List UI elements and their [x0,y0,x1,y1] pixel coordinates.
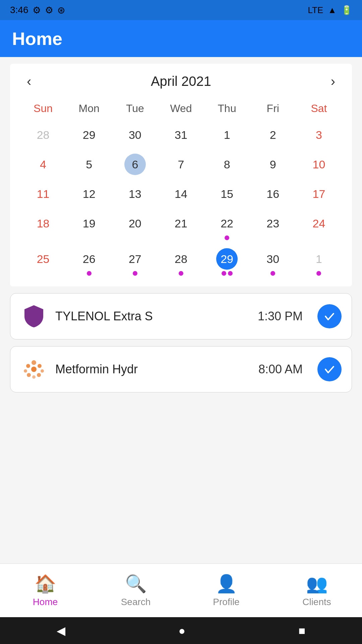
medication-card-0[interactable]: TYLENOL Extra S1:30 PM [10,293,352,339]
calendar-day-10[interactable]: 7 [158,150,204,179]
calendar-day-7[interactable]: 4 [20,150,66,179]
status-bar: 3:46 ⚙ ⚙ ⊛ LTE ▲ 🔋 [0,0,362,20]
calendar-day-17[interactable]: 14 [158,179,204,209]
calendar-day-24[interactable]: 21 [158,209,204,244]
calendar-day-18[interactable]: 15 [204,179,250,209]
android-nav-bar: ◀ ● ■ [0,617,362,644]
svg-point-0 [32,360,36,365]
search-icon: 🔍 [125,574,147,594]
day-header-mon: Mon [66,99,112,120]
calendar-day-11[interactable]: 8 [204,150,250,179]
page-title: Home [12,28,62,49]
home-icon: 🏠 [35,574,56,594]
calendar-day-28[interactable]: 25 [20,244,66,280]
home-button[interactable]: ● [178,624,185,637]
day-header-sun: Sun [20,99,66,120]
calendar-day-13[interactable]: 10 [296,150,342,179]
medication-list: TYLENOL Extra S1:30 PM Metformin Hydr8:0… [10,293,352,392]
calendar-day-1[interactable]: 29 [66,120,112,150]
calendar-day-23[interactable]: 20 [112,209,158,244]
medication-time-0: 1:30 PM [258,309,303,323]
calendar-day-14[interactable]: 11 [20,179,66,209]
back-button[interactable]: ◀ [57,624,65,637]
svg-point-6 [37,373,41,377]
calendar-day-9[interactable]: 6 [112,150,158,179]
svg-point-4 [41,369,44,373]
circle-arrow-icon: ⊛ [57,5,65,16]
calendar-day-15[interactable]: 12 [66,179,112,209]
calendar-day-31[interactable]: 28 [158,244,204,280]
svg-point-2 [38,364,42,368]
nav-label-profile: Profile [213,597,239,607]
battery-icon: 🔋 [341,5,352,15]
event-dot [316,271,321,276]
calendar-header: ‹ April 2021 › [20,70,342,92]
day-header-sat: Sat [296,99,342,120]
day-header-fri: Fri [250,99,296,120]
dots-icon [20,356,47,383]
svg-point-8 [31,367,37,372]
svg-point-7 [32,375,36,379]
day-header-thu: Thu [204,99,250,120]
medication-name-1: Metformin Hydr [55,362,250,376]
calendar-day-26[interactable]: 23 [250,209,296,244]
status-right: LTE ▲ 🔋 [308,5,352,15]
medication-check-button-0[interactable] [317,304,342,328]
main-content: ‹ April 2021 › SunMonTueWedThuFriSat2829… [0,57,362,564]
calendar-day-5[interactable]: 2 [250,120,296,150]
app-header: Home [0,20,362,57]
medication-time-1: 8:00 AM [258,362,303,376]
recent-button[interactable]: ■ [299,624,306,637]
nav-label-home: Home [33,597,58,607]
calendar-day-34[interactable]: 1 [296,244,342,280]
calendar-day-8[interactable]: 5 [66,150,112,179]
day-header-wed: Wed [158,99,204,120]
calendar-day-12[interactable]: 9 [250,150,296,179]
calendar-day-32[interactable]: 29 [204,244,250,280]
nav-label-clients: Clients [302,597,331,607]
medication-name-0: TYLENOL Extra S [55,309,250,323]
bottom-nav: 🏠 Home 🔍 Search 👤 Profile 👥 Clients [0,564,362,617]
calendar-day-33[interactable]: 30 [250,244,296,280]
calendar-day-3[interactable]: 31 [158,120,204,150]
nav-item-profile[interactable]: 👤 Profile [181,570,272,611]
profile-icon: 👤 [216,574,237,594]
event-dot [179,271,183,276]
nav-item-search[interactable]: 🔍 Search [90,570,181,611]
svg-point-1 [26,364,30,368]
calendar-grid: SunMonTueWedThuFriSat2829303112345678910… [20,99,342,280]
event-dot [133,271,137,276]
calendar-day-16[interactable]: 13 [112,179,158,209]
calendar-day-27[interactable]: 24 [296,209,342,244]
calendar-day-21[interactable]: 18 [20,209,66,244]
time-display: 3:46 [10,5,28,15]
medication-card-1[interactable]: Metformin Hydr8:00 AM [10,346,352,392]
shield-icon [20,303,47,330]
calendar-day-30[interactable]: 27 [112,244,158,280]
calendar-day-29[interactable]: 26 [66,244,112,280]
nav-item-clients[interactable]: 👥 Clients [272,570,362,611]
calendar-day-0[interactable]: 28 [20,120,66,150]
medication-check-button-1[interactable] [317,357,342,381]
signal-icon: ▲ [328,5,337,15]
event-dot [225,235,229,240]
calendar-day-20[interactable]: 17 [296,179,342,209]
calendar-day-22[interactable]: 19 [66,209,112,244]
nav-item-home[interactable]: 🏠 Home [0,570,90,611]
nav-label-search: Search [121,597,151,607]
calendar: ‹ April 2021 › SunMonTueWedThuFriSat2829… [10,64,352,286]
day-header-tue: Tue [112,99,158,120]
calendar-day-2[interactable]: 30 [112,120,158,150]
gear-icon-1: ⚙ [33,5,41,16]
prev-month-button[interactable]: ‹ [20,74,38,89]
calendar-day-4[interactable]: 1 [204,120,250,150]
lte-label: LTE [308,5,323,15]
calendar-month-title: April 2021 [151,74,211,89]
clients-icon: 👥 [306,574,328,594]
next-month-button[interactable]: › [324,74,342,89]
event-dot [228,271,233,276]
calendar-day-6[interactable]: 3 [296,120,342,150]
svg-point-3 [24,369,27,373]
calendar-day-25[interactable]: 22 [204,209,250,244]
calendar-day-19[interactable]: 16 [250,179,296,209]
